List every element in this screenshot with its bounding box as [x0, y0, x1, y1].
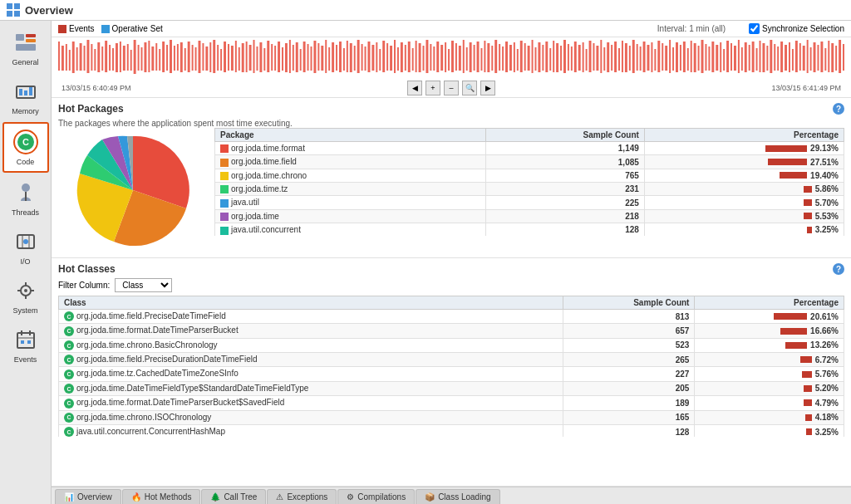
svg-point-15	[22, 183, 30, 192]
svg-rect-123	[379, 49, 381, 71]
svg-rect-224	[745, 42, 747, 72]
table-row[interactable]: Corg.joda.time.format.DateTimeParserBuck…	[59, 324, 844, 338]
table-row[interactable]: Corg.joda.time.field.PreciseDurationDate…	[59, 353, 844, 367]
svg-rect-212	[701, 40, 704, 73]
table-row[interactable]: Corg.joda.time.field.PreciseDateTimeFiel…	[59, 310, 844, 324]
table-row[interactable]: Corg.joda.time.DateTimeFieldType$Standar…	[59, 381, 844, 395]
svg-rect-165	[532, 40, 534, 73]
tab-overview[interactable]: 📊 Overview	[55, 489, 121, 504]
table-row[interactable]: Corg.joda.time.format.DateTimeParserBuck…	[59, 396, 844, 410]
sync-checkbox[interactable]	[749, 23, 760, 34]
cls-count: 189	[563, 396, 695, 410]
threads-icon	[12, 179, 39, 206]
cls-count: 128	[563, 424, 695, 437]
tab-call-tree-label: Call Tree	[224, 492, 257, 502]
svg-rect-202	[665, 46, 667, 71]
svg-rect-42	[86, 40, 89, 73]
table-row[interactable]: java.util.concurrent 128 3.25%	[215, 223, 844, 236]
sync-check[interactable]: Synchronize Selection	[749, 23, 844, 34]
svg-rect-198	[651, 42, 652, 72]
timeline-btn-search[interactable]: 🔍	[462, 81, 477, 95]
pkg-name: org.joda.time.tz	[215, 183, 486, 196]
svg-rect-246	[824, 48, 826, 71]
table-row[interactable]: org.joda.time.chrono 765 19.40%	[215, 169, 844, 182]
timeline-btn-next[interactable]: ▶	[480, 81, 495, 95]
cls-pct: 5.20%	[695, 381, 844, 395]
sidebar-item-memory[interactable]: Memory	[2, 73, 49, 120]
timeline-btn-prev[interactable]: ◀	[407, 81, 422, 95]
cls-count: 165	[563, 410, 695, 424]
svg-rect-112	[339, 42, 342, 72]
svg-rect-85	[242, 43, 244, 72]
hot-packages-help[interactable]: ?	[833, 103, 844, 115]
svg-rect-231	[770, 40, 772, 73]
content-area: Events Operative Set Interval: 1 min (al…	[52, 21, 851, 504]
sidebar-label-code: Code	[17, 158, 35, 166]
tab-compilations[interactable]: ⚙ Compilations	[337, 489, 415, 504]
timeline-btn-zoom-out[interactable]: –	[444, 81, 459, 95]
packages-table-scroll[interactable]: Package Sample Count Percentage org.joda…	[214, 128, 844, 236]
svg-rect-50	[116, 43, 118, 72]
operative-color	[101, 25, 110, 33]
table-row[interactable]: java.util 225 5.70%	[215, 196, 844, 209]
svg-rect-90	[259, 42, 262, 72]
classes-table-scroll[interactable]: Class Sample Count Percentage Corg.joda.…	[58, 296, 844, 437]
svg-rect-122	[376, 42, 377, 72]
svg-rect-74	[202, 43, 204, 71]
hot-packages-section: Hot Packages ? The packages where the ap…	[52, 98, 851, 258]
svg-rect-149	[474, 45, 475, 71]
sidebar-item-general[interactable]: General	[2, 24, 49, 71]
svg-rect-243	[814, 42, 816, 72]
timeline-btn-zoom-in[interactable]: +	[426, 81, 440, 95]
svg-rect-213	[705, 44, 706, 71]
tab-hot-methods[interactable]: 🔥 Hot Methods	[122, 489, 201, 504]
svg-rect-178	[578, 45, 581, 71]
tab-exceptions[interactable]: ⚠ Exceptions	[267, 489, 337, 504]
svg-rect-68	[180, 42, 183, 72]
svg-rect-226	[752, 42, 755, 72]
svg-rect-109	[328, 47, 330, 71]
table-row[interactable]: Corg.joda.time.tz.CachedDateTimeZoneSInf…	[59, 367, 844, 381]
classes-table: Class Sample Count Percentage Corg.joda.…	[58, 296, 844, 437]
svg-rect-66	[174, 46, 175, 71]
svg-rect-41	[84, 46, 86, 71]
tab-call-tree[interactable]: 🌲 Call Tree	[201, 489, 266, 504]
svg-rect-128	[397, 47, 399, 71]
svg-rect-230	[766, 46, 768, 71]
svg-rect-169	[545, 42, 548, 72]
hot-packages-header: Hot Packages ?	[58, 103, 844, 115]
table-row[interactable]: Cjava.util.concurrent.ConcurrentHashMap …	[59, 424, 844, 437]
svg-rect-192	[629, 46, 631, 71]
sidebar-item-system[interactable]: System	[2, 272, 49, 320]
filter-select[interactable]: Class Package Module	[115, 278, 172, 292]
table-row[interactable]: org.joda.time 218 5.53%	[215, 209, 844, 223]
table-row[interactable]: Corg.joda.time.chrono.ISOChronology 165 …	[59, 410, 844, 424]
svg-rect-56	[138, 45, 140, 71]
svg-rect-129	[401, 42, 403, 72]
sidebar-item-code[interactable]: C Code	[2, 122, 49, 173]
svg-rect-81	[228, 44, 229, 71]
pkg-count: 231	[485, 183, 644, 196]
sidebar-item-io[interactable]: I/O	[2, 223, 49, 271]
table-row[interactable]: Corg.joda.time.chrono.BasicChronology 52…	[59, 338, 844, 352]
svg-rect-1	[14, 3, 20, 9]
hot-classes-help[interactable]: ?	[833, 263, 844, 275]
tab-class-loading[interactable]: 📦 Class Loading	[416, 489, 499, 504]
svg-rect-233	[777, 46, 779, 71]
svg-rect-6	[26, 39, 36, 42]
cls-name: Corg.joda.time.chrono.BasicChronology	[59, 338, 563, 352]
table-row[interactable]: org.joda.time.field 1,085 27.51%	[215, 155, 844, 169]
tab-hot-methods-label: Hot Methods	[145, 492, 192, 502]
svg-rect-150	[477, 42, 480, 72]
table-row[interactable]: org.joda.time.format 1,149 29.13%	[215, 142, 844, 155]
io-icon	[12, 228, 39, 255]
table-row[interactable]: org.joda.time.tz 231 5.86%	[215, 183, 844, 196]
svg-rect-182	[593, 43, 594, 71]
sidebar-item-events[interactable]: Events	[2, 321, 49, 369]
cls-pct: 4.18%	[695, 410, 844, 424]
svg-rect-138	[433, 46, 435, 71]
sidebar-item-threads[interactable]: Threads	[2, 174, 49, 222]
svg-rect-99	[293, 45, 294, 71]
svg-rect-3	[14, 11, 20, 17]
timeline-chart[interactable]: // We'll create this via inline SVG cont…	[58, 37, 844, 79]
